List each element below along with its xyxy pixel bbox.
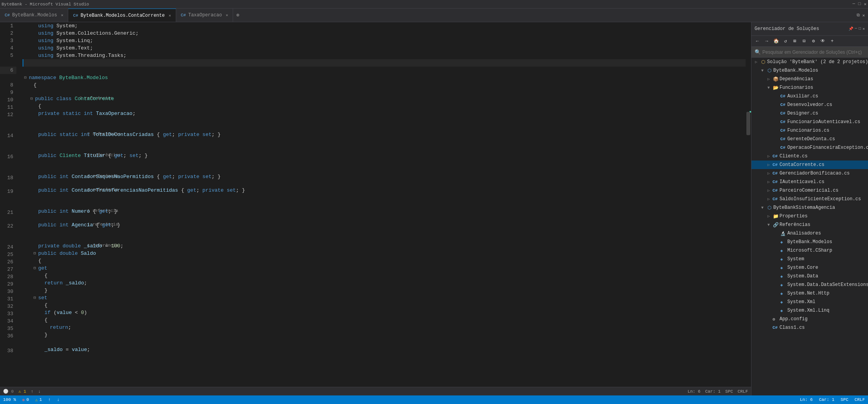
- expand-referencias[interactable]: ▼: [765, 223, 772, 227]
- tree-systemdataext[interactable]: ◈ System.Data.DataSetExtensions: [751, 281, 868, 289]
- se-title: Gerenciador de Soluções: [755, 26, 819, 32]
- expand-parceiro[interactable]: ▷: [765, 188, 772, 193]
- nav-errors: ⚪ 0: [3, 389, 14, 394]
- tree-iautent[interactable]: ▷ C# IAutenticavel.cs: [751, 178, 868, 186]
- referencias-icon: 🔗: [773, 222, 779, 228]
- se-btn-collapse-all[interactable]: ⊟: [800, 37, 808, 46]
- expand-saldoins[interactable]: ▷: [765, 197, 772, 201]
- tree-systemxmllinq[interactable]: ◈ System.Xml.Linq: [751, 306, 868, 315]
- collapse-icon-10[interactable]: ⊟: [30, 95, 35, 102]
- collapse-icon-8[interactable]: ⊟: [24, 74, 29, 81]
- nav-down[interactable]: ↓: [38, 389, 41, 394]
- scrollbar-thumb[interactable]: [746, 112, 750, 135]
- expand-funcionarios[interactable]: ▼: [765, 86, 772, 90]
- se-btn-properties[interactable]: ⚙: [809, 37, 818, 46]
- tree-funcauth[interactable]: C# FuncionarioAutenticavel.cs: [751, 118, 868, 126]
- expand-solution[interactable]: ▷: [753, 60, 759, 64]
- collapse-icon-27[interactable]: ⊟: [34, 265, 38, 272]
- tree-mscsharp[interactable]: ◈ Microsoft.CSharp: [751, 246, 868, 255]
- line-7: [0, 74, 16, 81]
- close-button[interactable]: ✕: [864, 2, 866, 7]
- status-up[interactable]: ↑: [48, 397, 51, 402]
- tab-taxaoperacao[interactable]: C# TaxaOperacao ✕: [176, 9, 233, 22]
- tree-funcionarios[interactable]: ▼ 📂 Funcionarios: [751, 83, 868, 92]
- status-down[interactable]: ↓: [57, 397, 60, 402]
- collapse-icon-31[interactable]: ⊟: [34, 294, 38, 302]
- se-pin-icon[interactable]: 📌: [849, 26, 853, 31]
- new-tab-button[interactable]: ⊕: [233, 9, 242, 22]
- se-search-input[interactable]: [762, 49, 865, 55]
- se-btn-new-file[interactable]: +: [828, 37, 836, 46]
- tree-analisadores[interactable]: 🔬 Analisadores: [751, 229, 868, 238]
- proj-modelos-label: ByteBank.Modelos: [773, 68, 818, 73]
- tree-saldoins[interactable]: ▷ C# SaldoInsuficienteException.cs: [751, 195, 868, 203]
- tab-bytebank-modelos[interactable]: C# ByteBank.Modelos ✕: [0, 9, 68, 22]
- tree-gerentedeconta[interactable]: C# GerenteDeConta.cs: [751, 135, 868, 143]
- tree-gerencbonif[interactable]: ▷ C# GerenciadorBonificacao.cs: [751, 169, 868, 178]
- se-search-bar[interactable]: 🔍: [751, 47, 868, 58]
- se-btn-back[interactable]: ←: [753, 37, 762, 46]
- tree-cliente[interactable]: ▷ C# Cliente.cs: [751, 152, 868, 161]
- tree-desenvolvedor[interactable]: C# Desenvolvedor.cs: [751, 101, 868, 109]
- tab-close-taxa-icon[interactable]: ✕: [226, 13, 228, 18]
- tree-solution[interactable]: ▷ ⬡ Solução 'ByteBank' (2 de 2 projetos): [751, 58, 868, 66]
- warning-icon: ⚠: [35, 397, 38, 402]
- line-31: 31: [0, 295, 16, 303]
- tree-deps[interactable]: ▷ 📦 Dependências: [751, 75, 868, 83]
- nav-up[interactable]: ↑: [31, 389, 34, 394]
- tree-systemnethttp[interactable]: ◈ System.Net.Http: [751, 289, 868, 298]
- expand-iautent[interactable]: ▷: [765, 180, 772, 184]
- se-btn-refresh[interactable]: ↺: [781, 37, 790, 46]
- tree-appconfig[interactable]: ⚙ App.config: [751, 315, 868, 323]
- tab-close-active-icon[interactable]: ✕: [169, 13, 171, 18]
- tab-label-taxa: TaxaOperacao: [188, 12, 222, 18]
- cs-icon-operacaoexc: C#: [780, 145, 787, 150]
- tree-system[interactable]: ◈ System: [751, 255, 868, 263]
- se-close-icon[interactable]: ✕: [863, 26, 865, 31]
- expand-proj-agencia[interactable]: ▼: [759, 206, 765, 210]
- code-text[interactable]: using System; using System.Collections.G…: [19, 22, 746, 387]
- tree-referencias[interactable]: ▼ 🔗 Referências: [751, 221, 868, 229]
- cs-icon-gerencbonif: C#: [773, 171, 779, 176]
- tree-systemxml[interactable]: ◈ System.Xml: [751, 298, 868, 306]
- code-editor[interactable]: 1 2 3 4 5 6 8 9 10 11 12 14: [0, 22, 751, 395]
- se-btn-forward[interactable]: →: [762, 37, 771, 46]
- se-maximize-icon[interactable]: □: [859, 26, 861, 31]
- tree-class1[interactable]: C# Class1.cs: [751, 323, 868, 332]
- tree-proj-modelos[interactable]: ▼ ⬡ ByteBank.Modelos: [751, 66, 868, 75]
- se-minimize-icon[interactable]: ─: [855, 26, 857, 31]
- window-controls[interactable]: ─ □ ✕: [852, 2, 866, 7]
- deps-label: Dependências: [780, 76, 813, 82]
- tab-contacorrente[interactable]: C# ByteBank.Modelos.ContaCorrente ✕: [68, 9, 176, 22]
- minimize-button[interactable]: ─: [852, 2, 855, 7]
- tree-parceiro[interactable]: ▷ C# ParceiroComericial.cs: [751, 186, 868, 195]
- ref-hint-18: 1 referência: [23, 167, 746, 173]
- tree-properties[interactable]: ▷ 📁 Properties: [751, 212, 868, 221]
- tree-funcionarios-cs[interactable]: C# Funcionarios.cs: [751, 126, 868, 135]
- tree-systemdata[interactable]: ◈ System.Data: [751, 272, 868, 281]
- tree-contacorrente[interactable]: ▷ C# ContaCorrente.cs: [751, 161, 868, 169]
- tree-operacaoexc[interactable]: C# OperacaoFinanceiraException.cs: [751, 143, 868, 152]
- maximize-button[interactable]: □: [858, 2, 861, 7]
- editor-vertical-scrollbar[interactable]: [746, 22, 751, 387]
- se-btn-home[interactable]: 🏠: [772, 37, 780, 46]
- tree-designer[interactable]: C# Designer.cs: [751, 109, 868, 118]
- se-btn-filter[interactable]: ⊞: [790, 37, 799, 46]
- tree-auxiliar[interactable]: C# Auxiliar.cs: [751, 92, 868, 101]
- expand-cliente[interactable]: ▷: [765, 154, 772, 159]
- tree-systemcore[interactable]: ◈ System.Core: [751, 263, 868, 272]
- expand-properties[interactable]: ▷: [765, 214, 772, 219]
- expand-gerencbonif[interactable]: ▷: [765, 171, 772, 176]
- tree-proj-agencia[interactable]: ▼ ⬡ ByteBankSistemaAgencia: [751, 203, 868, 212]
- tab-close-icon[interactable]: ✕: [61, 13, 63, 18]
- expand-proj-modelos[interactable]: ▼: [759, 69, 765, 73]
- se-btn-preview[interactable]: 👁: [819, 37, 827, 46]
- close-editor-icon[interactable]: ✕: [862, 13, 865, 18]
- expand-contacorrente[interactable]: ▷: [765, 162, 772, 167]
- tree-bytebank-ref[interactable]: ◈ ByteBank.Modelos: [751, 238, 868, 246]
- split-editor-icon[interactable]: ⧉: [857, 13, 860, 18]
- se-search-icon: 🔍: [755, 49, 761, 55]
- expand-deps[interactable]: ▷: [765, 77, 772, 81]
- collapse-icon-25[interactable]: ⊟: [34, 250, 38, 257]
- nav-ln: Ln: 6: [688, 389, 700, 394]
